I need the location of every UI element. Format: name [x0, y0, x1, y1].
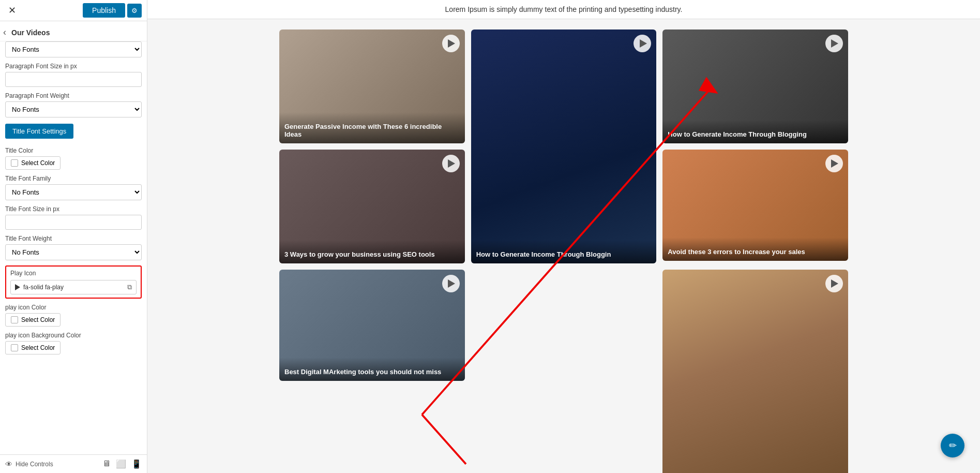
video-grid-container: Generate Passive Income with These 6 inc… — [147, 19, 980, 473]
hide-controls-toggle[interactable]: 👁 Hide Controls — [5, 460, 53, 468]
card-title-6: Best Digital MArketing tools you should … — [279, 358, 465, 381]
play-icon-color-button[interactable]: Select Color — [5, 313, 61, 327]
paragraph-font-size-label: Paragraph Font Size in px — [5, 63, 142, 70]
settings-button[interactable]: ⚙ — [127, 4, 142, 18]
play-icon-2 — [640, 39, 647, 48]
title-color-button[interactable]: Select Color — [5, 156, 61, 170]
panel-header: ‹ Our Videos — [0, 21, 147, 41]
video-card-5[interactable]: Avoid these 3 errors to Increase your sa… — [662, 150, 848, 261]
play-button-3[interactable] — [825, 35, 843, 52]
play-icon-bg-color-button[interactable]: Select Color — [5, 341, 61, 354]
mobile-icon[interactable]: 📱 — [131, 459, 142, 469]
title-font-size-input[interactable] — [5, 215, 142, 230]
play-icon-color-label: play icon Color — [5, 304, 142, 311]
play-icon-value: fa-solid fa-play — [23, 284, 64, 291]
play-icon-inner: fa-solid fa-play — [15, 284, 64, 291]
card-title-5: Avoid these 3 errors to Increase your sa… — [662, 238, 848, 261]
video-card-1[interactable]: Generate Passive Income with These 6 inc… — [279, 29, 465, 143]
play-button-1[interactable] — [442, 35, 460, 52]
grid-wrapper: Generate Passive Income with These 6 inc… — [163, 29, 964, 473]
title-font-settings-button[interactable]: Title Font Settings — [5, 124, 73, 139]
subtitle-bar: Lorem Ipsum is simply dummy text of the … — [147, 0, 980, 19]
desktop-icon[interactable]: 🖥 — [102, 459, 111, 469]
play-icon-5 — [831, 159, 838, 168]
title-font-weight-select[interactable]: No Fonts — [5, 244, 142, 260]
play-button-5[interactable] — [825, 155, 843, 172]
top-bar: ✕ Publish ⚙ — [0, 0, 147, 21]
hide-controls-label: Hide Controls — [16, 461, 53, 468]
card-title-1: Generate Passive Income with These 6 inc… — [279, 112, 465, 143]
publish-area: Publish ⚙ — [83, 3, 142, 18]
play-icon-6 — [448, 279, 455, 288]
play-icon-3 — [831, 39, 838, 48]
play-icon-color-btn-label: Select Color — [21, 316, 55, 323]
bottom-bar: 👁 Hide Controls 🖥 ⬜ 📱 — [0, 454, 147, 473]
fab-button[interactable]: ✏ — [941, 434, 964, 457]
left-panel: ✕ Publish ⚙ ‹ Our Videos No Fonts Paragr… — [0, 0, 147, 473]
play-icon-1 — [448, 39, 455, 48]
play-icon-4 — [448, 159, 455, 168]
tablet-icon[interactable]: ⬜ — [116, 459, 126, 469]
play-icon-color-swatch — [11, 316, 18, 323]
play-icon-bg-color-label: play icon Background Color — [5, 332, 142, 339]
publish-button[interactable]: Publish — [83, 3, 125, 18]
card-title-4: 3 Ways to grow your business using SEO t… — [279, 240, 465, 263]
title-font-size-label: Title Font Size in px — [5, 205, 142, 213]
play-icon-bg-color-swatch — [11, 344, 18, 351]
panel-title: Our Videos — [6, 24, 55, 40]
close-button[interactable]: ✕ — [5, 4, 19, 17]
title-font-weight-label: Title Font Weight — [5, 235, 142, 242]
title-color-swatch — [11, 159, 18, 167]
panel-content: No Fonts Paragraph Font Size in px Parag… — [0, 41, 147, 454]
main-area: Lorem Ipsum is simply dummy text of the … — [147, 0, 980, 473]
play-icon-row: fa-solid fa-play ⧉ — [10, 280, 137, 294]
video-card-4[interactable]: 3 Ways to grow your business using SEO t… — [279, 150, 465, 263]
play-icon-bg-color-btn-label: Select Color — [21, 344, 55, 351]
play-triangle-icon — [15, 284, 20, 290]
paragraph-font-family-field: No Fonts — [5, 41, 142, 57]
paragraph-font-family-select[interactable]: No Fonts — [5, 41, 142, 57]
paragraph-font-weight-label: Paragraph Font Weight — [5, 92, 142, 99]
fab-icon: ✏ — [949, 440, 957, 451]
title-font-family-label: Title Font Family — [5, 175, 142, 182]
play-icon-7 — [831, 279, 838, 288]
play-button-7[interactable] — [825, 275, 843, 292]
play-button-4[interactable] — [442, 155, 460, 172]
paragraph-font-weight-select[interactable]: No Fonts — [5, 101, 142, 117]
video-card-6[interactable]: Best Digital MArketing tools you should … — [279, 270, 465, 381]
play-icon-section: Play Icon fa-solid fa-play ⧉ — [5, 265, 142, 299]
eye-icon: 👁 — [5, 460, 12, 468]
video-card-2[interactable]: How to Generate Income Through Bloggin — [471, 29, 657, 263]
title-color-btn-label: Select Color — [21, 159, 55, 167]
video-card-7[interactable]: Best Ways To Increase Website Conversion… — [662, 270, 848, 473]
device-icons: 🖥 ⬜ 📱 — [102, 459, 142, 469]
copy-icon[interactable]: ⧉ — [127, 283, 132, 291]
title-font-family-select[interactable]: No Fonts — [5, 184, 142, 200]
play-button-6[interactable] — [442, 275, 460, 292]
card-title-2: How to Generate Income Through Bloggin — [471, 240, 657, 263]
video-grid: Generate Passive Income with These 6 inc… — [279, 29, 848, 473]
play-icon-section-label: Play Icon — [10, 270, 137, 277]
card-title-3: How to Generate Income Through Blogging — [662, 120, 848, 143]
video-card-3[interactable]: How to Generate Income Through Blogging — [662, 29, 848, 143]
subtitle-text: Lorem Ipsum is simply dummy text of the … — [445, 5, 683, 13]
title-color-label: Title Color — [5, 147, 142, 154]
paragraph-font-size-input[interactable] — [5, 72, 142, 87]
